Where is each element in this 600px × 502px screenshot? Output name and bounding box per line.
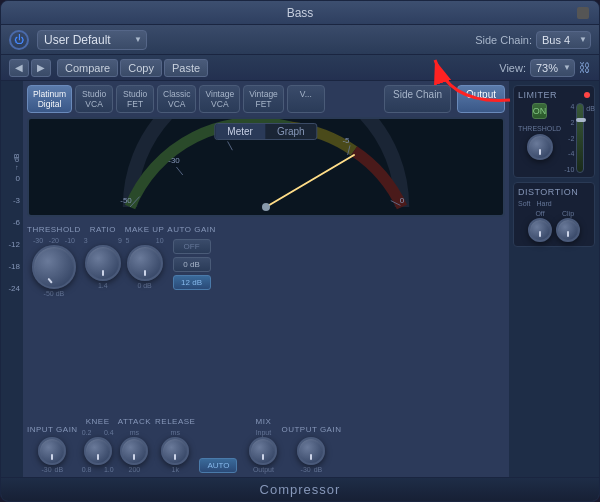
limiter-header: LIMITER bbox=[518, 90, 590, 100]
threshold-scale-mid: -20 bbox=[49, 237, 59, 244]
distortion-hard-label: Hard bbox=[536, 200, 551, 207]
output-tab-button[interactable]: Output bbox=[457, 85, 505, 113]
auto-group: AUTO bbox=[199, 458, 237, 473]
copy-label: Copy bbox=[128, 62, 154, 74]
limiter-threshold-knob[interactable] bbox=[527, 134, 553, 160]
view-arrow-icon: ▼ bbox=[563, 63, 571, 72]
off-button[interactable]: OFF bbox=[173, 239, 211, 254]
paste-button[interactable]: Paste bbox=[164, 59, 208, 77]
dropdown-arrow-icon: ▼ bbox=[134, 35, 142, 44]
twelvdb-button[interactable]: 12 dB bbox=[173, 275, 211, 290]
meter-display: Meter Graph bbox=[27, 117, 505, 217]
threshold-knob[interactable] bbox=[32, 245, 76, 289]
db-mark-4: 4 bbox=[570, 103, 574, 110]
svg-text:-50: -50 bbox=[120, 196, 132, 205]
release-label: RELEASE bbox=[155, 417, 195, 426]
left-db-scale: → dB 0 -3 -6 -12 -18 -24 bbox=[1, 81, 23, 477]
distortion-off-group: Off bbox=[528, 210, 552, 242]
attack-knob[interactable] bbox=[120, 437, 148, 465]
knee-group: KNEE 0.20.4 0.81.0 bbox=[82, 417, 114, 473]
preset-tab-studio-vca[interactable]: StudioVCA bbox=[75, 85, 113, 113]
makeup-group: MAKE UP 5 10 0 dB bbox=[125, 225, 165, 289]
scale-m24db: -24 bbox=[8, 285, 20, 293]
toolbar-row2: ◀ ▶ Compare Copy Paste View: 73% ▼ ⛓ bbox=[1, 55, 599, 81]
preset-tab-more[interactable]: V... bbox=[287, 85, 325, 113]
db-mark-m2: -2 bbox=[568, 135, 574, 142]
zerodb-button[interactable]: 0 dB bbox=[173, 257, 211, 272]
limiter-on-button[interactable]: ON bbox=[532, 103, 548, 119]
auto-button[interactable]: AUTO bbox=[199, 458, 237, 473]
power-button[interactable]: ⏻ bbox=[9, 30, 29, 50]
limiter-slider-thumb bbox=[576, 118, 586, 122]
preset-value: User Default bbox=[44, 33, 111, 47]
controls-area: THRESHOLD -30 -20 -10 -50 dB RATIO 3 bbox=[27, 221, 505, 415]
window-title: Bass bbox=[287, 6, 314, 20]
makeup-knob[interactable] bbox=[127, 245, 163, 281]
limiter-right-scale: dB bbox=[586, 103, 595, 173]
distortion-hard-knob[interactable] bbox=[556, 218, 580, 242]
knee-label: KNEE bbox=[86, 417, 110, 426]
distortion-soft-knob[interactable] bbox=[528, 218, 552, 242]
limiter-indicator-dot bbox=[584, 92, 590, 98]
release-knob[interactable] bbox=[161, 437, 189, 465]
meter-tab-meter[interactable]: Meter bbox=[215, 124, 265, 139]
ratio-scale-high: 9 bbox=[118, 237, 122, 244]
makeup-scale-low: 5 bbox=[126, 237, 130, 244]
svg-point-2 bbox=[262, 203, 270, 211]
title-bar: Bass bbox=[1, 1, 599, 25]
ratio-val: 1.4 bbox=[98, 282, 108, 289]
svg-line-10 bbox=[176, 167, 182, 175]
preset-tab-platinum[interactable]: PlatinumDigital bbox=[27, 85, 72, 113]
db-mark-m4: -4 bbox=[568, 150, 574, 157]
link-icon[interactable]: ⛓ bbox=[579, 61, 591, 75]
preset-tab-classic-vca[interactable]: ClassicVCA bbox=[157, 85, 196, 113]
makeup-scale-high: 10 bbox=[156, 237, 164, 244]
power-icon: ⏻ bbox=[14, 34, 24, 45]
preset-tab-vintage-vca[interactable]: VintageVCA bbox=[199, 85, 240, 113]
distortion-clip-group: Clip bbox=[556, 210, 580, 242]
mix-label: MIX bbox=[256, 417, 272, 426]
copy-button[interactable]: Copy bbox=[120, 59, 162, 77]
window-resize-control[interactable] bbox=[577, 7, 589, 19]
sidechain-tab-button[interactable]: Side Chain bbox=[384, 85, 451, 113]
view-dropdown[interactable]: 73% ▼ bbox=[530, 59, 575, 77]
output-gain-knob[interactable] bbox=[297, 437, 325, 465]
distortion-knobs-row: Off Clip bbox=[518, 210, 590, 242]
input-gain-knob[interactable] bbox=[38, 437, 66, 465]
distortion-title: DISTORTION bbox=[518, 187, 578, 197]
limiter-body: ON THRESHOLD 4 2 -2 -4 -10 bbox=[518, 103, 590, 173]
mix-knob[interactable] bbox=[249, 437, 277, 465]
preset-tab-studio-fet[interactable]: StudioFET bbox=[116, 85, 154, 113]
next-button[interactable]: ▶ bbox=[31, 59, 51, 77]
limiter-section: LIMITER ON THRESHOLD 4 2 bbox=[513, 85, 595, 178]
threshold-val: -50 dB bbox=[44, 290, 65, 297]
sidechain-dropdown[interactable]: Bus 4 ▼ bbox=[536, 31, 591, 49]
attack-group: ATTACK ms 200 bbox=[118, 417, 151, 473]
ratio-knob[interactable] bbox=[85, 245, 121, 281]
makeup-label: MAKE UP bbox=[125, 225, 165, 234]
limiter-title: LIMITER bbox=[518, 90, 557, 100]
limiter-slider[interactable] bbox=[576, 103, 584, 173]
limiter-db-scale: 4 2 -2 -4 -10 bbox=[564, 103, 574, 173]
release-group: RELEASE ms 1k bbox=[155, 417, 195, 473]
ratio-label: RATIO bbox=[90, 225, 116, 234]
prev-button[interactable]: ◀ bbox=[9, 59, 29, 77]
bottom-knobs-row: INPUT GAIN -30 dB KNEE 0.20.4 bbox=[27, 415, 505, 473]
input-gain-group: INPUT GAIN -30 dB bbox=[27, 425, 78, 473]
preset-dropdown[interactable]: User Default ▼ bbox=[37, 30, 147, 50]
paste-label: Paste bbox=[172, 62, 200, 74]
center-area: PlatinumDigital StudioVCA StudioFET Clas… bbox=[23, 81, 509, 477]
view-label: View: bbox=[499, 62, 526, 74]
preset-tab-vintage-fet[interactable]: VintageFET bbox=[243, 85, 284, 113]
distortion-clip-label: Clip bbox=[562, 210, 574, 217]
svg-line-1 bbox=[266, 155, 354, 207]
ratio-group: RATIO 3 9 1.4 bbox=[84, 225, 122, 289]
compare-button[interactable]: Compare bbox=[57, 59, 118, 77]
knee-knob[interactable] bbox=[84, 437, 112, 465]
svg-line-11 bbox=[228, 142, 233, 151]
meter-tab-graph[interactable]: Graph bbox=[265, 124, 317, 139]
scale-m6db: -6 bbox=[13, 219, 20, 227]
threshold-label: THRESHOLD bbox=[27, 225, 81, 234]
scale-m12db: -12 bbox=[8, 241, 20, 249]
distortion-header: DISTORTION bbox=[518, 187, 590, 200]
